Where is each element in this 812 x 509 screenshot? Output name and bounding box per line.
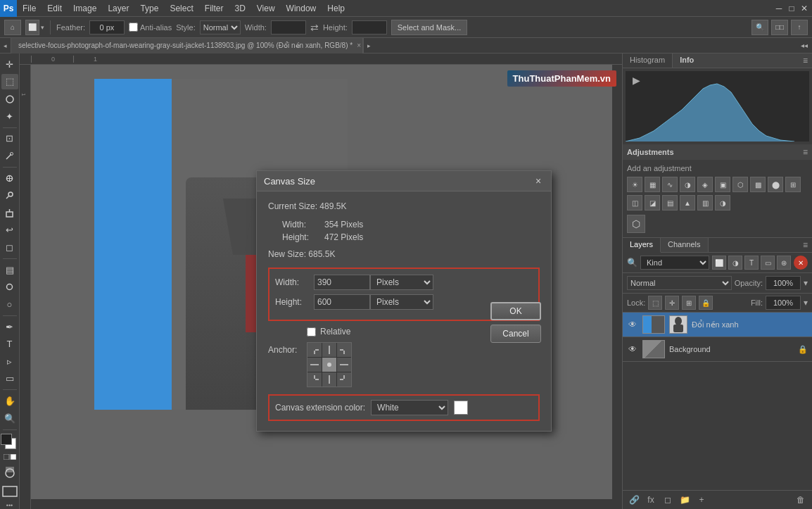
color-lookup-adj-icon[interactable]: ◫ [627, 195, 642, 210]
canvas-ext-select[interactable]: White Foreground Background Black Gray O… [371, 400, 448, 415]
document-tab[interactable]: selective-focus-photograph-of-man-wearin… [11, 38, 363, 54]
filter-toggle[interactable]: ✕ [794, 256, 808, 270]
foreground-color-swatch[interactable] [1, 434, 12, 445]
close-button[interactable]: ✕ [799, 4, 809, 13]
lock-artboards-button[interactable]: ⊞ [682, 296, 696, 310]
new-height-input[interactable] [314, 294, 370, 310]
marquee-tool[interactable]: ⬚ [1, 74, 18, 90]
lock-pixels-button[interactable]: ⬚ [648, 296, 662, 310]
brush-tool[interactable] [1, 187, 18, 203]
panels-collapse-button[interactable]: ◂◂ [797, 42, 812, 49]
default-colors-icon[interactable] [3, 454, 17, 460]
cancel-button[interactable]: Cancel [490, 325, 541, 343]
width-input[interactable] [271, 20, 306, 34]
healing-tool[interactable] [1, 170, 18, 187]
menu-3d[interactable]: 3D [229, 0, 250, 17]
add-style-button[interactable]: fx [644, 493, 658, 507]
screen-mode-button[interactable] [2, 486, 18, 499]
menu-help[interactable]: Help [322, 0, 350, 17]
brightness-adj-icon[interactable]: ☀ [627, 177, 642, 192]
lasso-tool[interactable] [1, 91, 18, 107]
blend-mode-select[interactable]: Normal Multiply Screen [627, 276, 732, 290]
menu-window[interactable]: Window [281, 0, 322, 17]
histogram-tab[interactable]: Histogram [623, 54, 673, 68]
anchor-top-center[interactable] [322, 343, 336, 357]
panels-button[interactable]: □□ [771, 20, 788, 35]
selective-color-adj-icon[interactable]: ◑ [715, 195, 730, 210]
threshold-adj-icon[interactable]: ▲ [680, 195, 695, 210]
marquee-dropdown[interactable]: ▾ [41, 24, 44, 31]
gradient-tool[interactable]: ▤ [1, 262, 18, 278]
lock-position-button[interactable]: ✛ [665, 296, 679, 310]
layers-kind-select[interactable]: Kind [640, 256, 709, 270]
home-button[interactable]: ⌂ [4, 20, 21, 35]
tab-left-arrow[interactable]: ◂ [0, 38, 11, 54]
extras-button[interactable]: ••• [6, 502, 13, 509]
eraser-tool[interactable]: ◻ [1, 239, 18, 256]
anchor-bot-center[interactable] [322, 372, 336, 387]
anchor-top-left[interactable] [307, 343, 322, 357]
search-button[interactable]: 🔍 [751, 20, 768, 35]
fill-dropdown[interactable]: ▾ [804, 298, 808, 308]
shape-filter-icon[interactable]: ▭ [761, 256, 775, 270]
channel-mixer-adj-icon[interactable]: ⊞ [785, 177, 801, 192]
anchor-bot-left[interactable] [307, 372, 322, 387]
vibrance-adj-icon[interactable]: ◈ [697, 177, 713, 192]
menu-edit[interactable]: Edit [42, 0, 68, 17]
menu-select[interactable]: Select [164, 0, 198, 17]
pen-tool[interactable]: ✒ [1, 319, 18, 335]
lock-all-button[interactable]: 🔒 [699, 296, 713, 310]
photo-filter-adj-icon[interactable]: ⬤ [768, 177, 783, 192]
maximize-button[interactable]: □ [787, 4, 797, 13]
text-filter-icon[interactable]: T [744, 256, 759, 270]
gradient-map-adj-icon[interactable]: ▥ [697, 195, 713, 210]
levels-adj-icon[interactable]: ▦ [645, 177, 660, 192]
relative-checkbox[interactable] [307, 327, 316, 337]
style-select[interactable]: Normal [200, 20, 241, 34]
anchor-bot-right[interactable] [337, 372, 351, 387]
new-width-unit[interactable]: PixelsInchesCentimeters [370, 275, 433, 290]
layer-visibility-background[interactable]: 👁 [627, 344, 638, 355]
tab-close-button[interactable]: × [357, 42, 361, 49]
menu-view[interactable]: View [251, 0, 281, 17]
shape-tool[interactable]: ▭ [1, 371, 18, 387]
text-tool[interactable]: T [1, 336, 18, 352]
layers-panel-menu[interactable]: ≡ [799, 238, 812, 252]
antialiased-checkbox[interactable] [129, 23, 138, 32]
3d-cube-button[interactable]: ⬡ [627, 215, 645, 233]
clone-stamp-tool[interactable] [1, 205, 18, 221]
delete-layer-button[interactable]: 🗑 [794, 493, 808, 507]
quick-mask-button[interactable] [2, 464, 18, 482]
menu-filter[interactable]: Filter [199, 0, 229, 17]
share-button[interactable]: ↑ [791, 20, 808, 35]
new-height-unit[interactable]: PixelsInchesCentimeters [370, 294, 433, 310]
scroll-right[interactable] [612, 65, 622, 509]
blur-tool[interactable] [1, 279, 18, 296]
anchor-mid-right[interactable] [337, 358, 351, 372]
tab-right-arrow[interactable]: ▸ [363, 38, 374, 54]
channels-tab[interactable]: Channels [661, 238, 708, 252]
color-swatches[interactable] [1, 434, 19, 451]
anchor-center[interactable] [322, 358, 336, 372]
opacity-input[interactable] [766, 276, 801, 290]
crop-tool[interactable]: ⊡ [1, 131, 18, 147]
add-mask-button[interactable]: ◻ [661, 493, 675, 507]
invert-adj-icon[interactable]: ◪ [645, 195, 660, 210]
history-brush-tool[interactable]: ↩ [1, 222, 18, 239]
move-tool[interactable]: ✛ [1, 56, 18, 73]
canvas-ext-swatch[interactable] [454, 401, 468, 415]
select-and-mask-button[interactable]: Select and Mask... [391, 20, 468, 35]
bw-adj-icon[interactable]: ▩ [750, 177, 766, 192]
new-layer-button[interactable]: + [694, 493, 709, 507]
pixel-filter-icon[interactable]: ⬜ [712, 256, 726, 270]
layer-item-doi-nen-xanh[interactable]: 👁 Đổi nền xanh [623, 313, 812, 337]
fill-input[interactable] [766, 296, 801, 310]
posterize-adj-icon[interactable]: ▤ [662, 195, 678, 210]
hue-sat-adj-icon[interactable]: ▣ [715, 177, 730, 192]
zoom-tool[interactable]: 🔍 [1, 410, 18, 427]
adjustment-filter-icon[interactable]: ◑ [728, 256, 742, 270]
link-layers-button[interactable]: 🔗 [627, 493, 641, 507]
antialiased-option[interactable]: Anti-alias [129, 23, 172, 32]
eyedropper-tool[interactable] [1, 148, 18, 164]
exposure-adj-icon[interactable]: ◑ [680, 177, 695, 192]
